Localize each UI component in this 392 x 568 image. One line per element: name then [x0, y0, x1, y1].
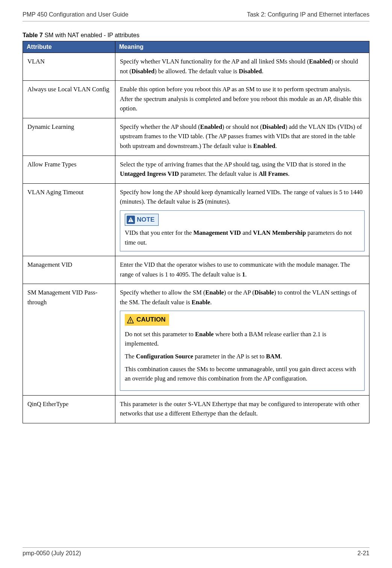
- table-row: QinQ EtherType This parameter is the out…: [23, 395, 369, 423]
- note-body: VIDs that you enter for the Management V…: [125, 228, 360, 247]
- meaning-cell: Specify how long the AP should keep dyna…: [115, 183, 369, 256]
- attributes-table: Attribute Meaning VLAN Specify whether V…: [23, 41, 369, 423]
- footer-right: 2-21: [357, 550, 369, 557]
- caption-bold: Table 7: [23, 32, 43, 38]
- meaning-cell: Specify whether to allow the SM (Enable)…: [115, 284, 369, 395]
- caution-body: Do not set this parameter to Enable wher…: [125, 329, 360, 384]
- attr-cell: QinQ EtherType: [23, 395, 115, 423]
- attr-cell: SM Management VID Pass-through: [23, 284, 115, 395]
- table-row: Always use Local VLAN Config Enable this…: [23, 81, 369, 118]
- table-row: Dynamic Learning Specify whether the AP …: [23, 118, 369, 156]
- svg-text:!: !: [130, 319, 131, 323]
- table-row: VLAN Specify whether VLAN functionality …: [23, 53, 369, 81]
- table-row: Allow Frame Types Select the type of arr…: [23, 156, 369, 183]
- header-left: PMP 450 Configuration and User Guide: [23, 11, 129, 18]
- meaning-cell: Specify whether the AP should (Enabled) …: [115, 118, 369, 156]
- attr-cell: Always use Local VLAN Config: [23, 81, 115, 118]
- meaning-cell: Select the type of arriving frames that …: [115, 156, 369, 183]
- note-label: ! NOTE: [125, 214, 159, 226]
- attr-cell: VLAN: [23, 53, 115, 81]
- caution-label-text: CAUTION: [136, 315, 165, 325]
- meaning-cell: Specify whether VLAN functionality for t…: [115, 53, 369, 81]
- meaning-cell: Enter the VID that the operator wishes t…: [115, 256, 369, 284]
- caution-box: ! CAUTION Do not set this parameter to E…: [120, 311, 365, 390]
- table-header-row: Attribute Meaning: [23, 41, 369, 53]
- svg-text:!: !: [130, 218, 132, 222]
- col-meaning: Meaning: [115, 41, 369, 53]
- note-label-text: NOTE: [137, 215, 154, 225]
- col-attribute: Attribute: [23, 41, 115, 53]
- header-right: Task 2: Configuring IP and Ethernet inte…: [247, 11, 369, 18]
- page-footer: pmp-0050 (July 2012) 2-21: [23, 547, 369, 557]
- meaning-cell: This parameter is the outer S-VLAN Ether…: [115, 395, 369, 423]
- attr-cell: Allow Frame Types: [23, 156, 115, 183]
- table-caption: Table 7 SM with NAT enabled - IP attribu…: [23, 32, 369, 39]
- caution-icon: !: [126, 316, 135, 324]
- attr-cell: Dynamic Learning: [23, 118, 115, 156]
- note-icon: !: [127, 216, 135, 224]
- attr-cell: Management VID: [23, 256, 115, 284]
- caption-rest: SM with NAT enabled - IP attributes: [43, 32, 139, 38]
- table-row: VLAN Aging Timeout Specify how long the …: [23, 183, 369, 256]
- note-box: ! NOTE VIDs that you enter for the Manag…: [120, 210, 365, 251]
- table-row: Management VID Enter the VID that the op…: [23, 256, 369, 284]
- table-row: SM Management VID Pass-through Specify w…: [23, 284, 369, 395]
- attr-cell: VLAN Aging Timeout: [23, 183, 115, 256]
- footer-left: pmp-0050 (July 2012): [23, 550, 81, 557]
- meaning-cell: Enable this option before you reboot thi…: [115, 81, 369, 118]
- caution-label: ! CAUTION: [125, 314, 169, 325]
- page-header: PMP 450 Configuration and User Guide Tas…: [23, 11, 369, 21]
